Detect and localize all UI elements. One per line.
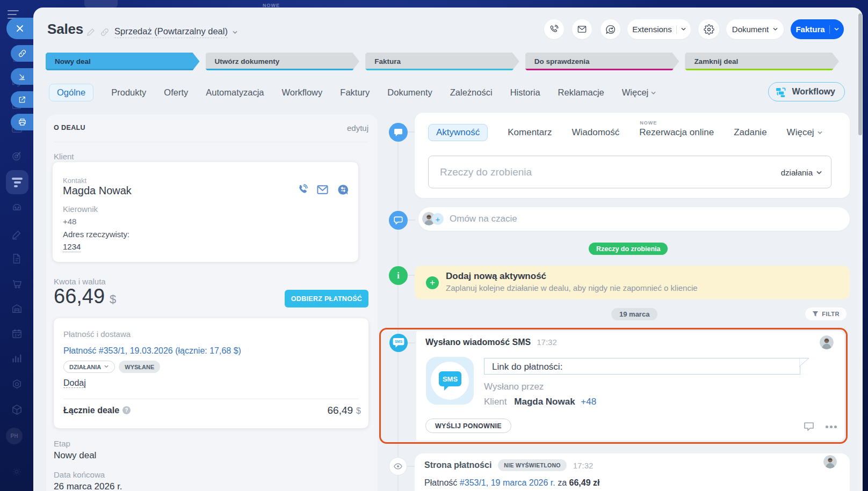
filter-button[interactable]: FILTR xyxy=(805,307,847,320)
pencil-icon xyxy=(86,27,96,37)
contact-name[interactable]: Magda Nowak xyxy=(63,185,132,197)
payment-date-link[interactable]: 19 marca 2026 r. xyxy=(491,478,555,487)
add-link-text: Dodaj xyxy=(63,378,86,388)
help-icon[interactable]: ? xyxy=(122,406,131,414)
tab-wiecej[interactable]: Więcej xyxy=(622,87,656,98)
chat-feedback-icon xyxy=(605,24,616,35)
more-actions-icon[interactable] xyxy=(826,426,837,428)
settings-button[interactable] xyxy=(698,19,719,39)
payment-link[interactable]: Płatność #353/1, 19.03.2026 (łącznie: 17… xyxy=(63,346,241,356)
extensions-button[interactable]: Extensions xyxy=(627,19,691,39)
sidebar-item-market-cube[interactable] xyxy=(5,400,28,419)
tab-reklamacje[interactable]: Reklamacje xyxy=(558,87,604,98)
address-value[interactable]: 1234 xyxy=(63,242,81,251)
sent-by-label: Wysłano przez xyxy=(484,382,544,392)
tab-zaleznosci[interactable]: Zależności xyxy=(450,87,493,98)
sidebar-item-settings-gear[interactable] xyxy=(5,463,28,481)
client-label: Klient xyxy=(54,152,74,161)
stage-zamknij-deal[interactable]: Zamknij deal xyxy=(685,53,839,70)
sidebar-item-automation-robot[interactable] xyxy=(5,198,28,216)
banner-subtitle: Zaplanuj kolejne działanie w dealu, aby … xyxy=(446,283,698,292)
payment-number-link[interactable]: #353/1, xyxy=(460,478,488,487)
composer-tab-wiadomosc[interactable]: Wiadomość xyxy=(572,127,619,138)
copy-link-button[interactable] xyxy=(11,45,33,62)
composer-tab-rezerwacja[interactable]: NOWERezerwacja online xyxy=(639,127,714,138)
sms-entry-card: Wysłano wiadomość SMS 17:32 SMS Link do … xyxy=(416,331,844,441)
sidebar-item-crm-active[interactable] xyxy=(6,170,28,194)
add-activity-banner[interactable]: + Dodaj nową aktywność Zaplanuj kolejne … xyxy=(415,266,850,299)
call-button[interactable] xyxy=(544,19,564,39)
close-slider-button[interactable] xyxy=(6,18,33,39)
tab-oferty[interactable]: Oferty xyxy=(164,87,188,98)
tab-workflowy[interactable]: Workflowy xyxy=(282,87,323,98)
plus-icon[interactable]: + xyxy=(426,276,439,289)
composer-tab-aktywnosc[interactable]: Aktywność xyxy=(428,124,488,141)
edit-deal-link[interactable]: edytuj xyxy=(347,123,368,133)
stage-faktura[interactable]: Faktura xyxy=(365,53,519,70)
stage-do-sprawdzenia[interactable]: Do sprawdzenia xyxy=(525,53,679,70)
tab-automatyzacja[interactable]: Automatyzacja xyxy=(206,87,264,98)
client-name-link[interactable]: Magda Nowak xyxy=(514,397,575,407)
sms-entry-highlight: Wysłano wiadomość SMS 17:32 SMS Link do … xyxy=(379,328,848,444)
stage-utworz-dokumenty[interactable]: Utwórz dokumenty xyxy=(206,53,360,70)
edit-title-button[interactable] xyxy=(86,27,96,37)
sidebar-item-analytics-chart[interactable] xyxy=(5,349,28,368)
todo-scroll-pill[interactable]: Rzeczy do zrobienia xyxy=(589,243,668,255)
sidebar-ph-avatar[interactable]: PH xyxy=(6,428,23,444)
mail-button[interactable] xyxy=(572,19,592,39)
composer-tab-zadanie[interactable]: Zadanie xyxy=(734,127,766,138)
stage-nowy-deal[interactable]: Nowy deal xyxy=(46,53,200,70)
print-button[interactable] xyxy=(11,114,33,130)
composer-tab-wiecej[interactable]: Więcej xyxy=(787,127,822,138)
composer-tab-label: Rezerwacja online xyxy=(639,127,714,137)
sidebar-item-warehouse[interactable] xyxy=(5,299,28,318)
client-card: Kontakt Magda Nowak Kierownik +48 Adres … xyxy=(53,162,358,262)
invoice-button[interactable]: Faktura xyxy=(791,19,844,39)
not-viewed-badge: NIE WYŚWIETLONO xyxy=(498,459,566,471)
tab-label: Więcej xyxy=(622,87,649,97)
tab-produkty[interactable]: Produkty xyxy=(111,87,146,98)
open-in-new-button[interactable] xyxy=(11,91,33,108)
collect-payment-button[interactable]: ODBIERZ PŁATNOŚĆ xyxy=(285,290,368,307)
funnel-selector-label: Sprzedaż (Powtarzalny deal) xyxy=(114,26,228,38)
funnel-selector[interactable]: Sprzedaż (Powtarzalny deal) xyxy=(114,26,237,38)
save-button[interactable] xyxy=(11,68,33,85)
client-phone-link[interactable]: +48 xyxy=(581,397,596,407)
call-contact-button[interactable] xyxy=(296,184,308,196)
composer-tab-komentarz[interactable]: Komentarz xyxy=(508,127,552,138)
workflow-icon xyxy=(776,87,787,97)
sent-status-badge: WYSŁANE xyxy=(119,361,160,373)
phone-icon xyxy=(296,184,308,196)
sidebar-item-e-signature[interactable] xyxy=(5,225,28,244)
chat-contact-button[interactable] xyxy=(337,184,349,196)
sidebar-item-shopping-cart[interactable] xyxy=(5,274,28,292)
resend-button[interactable]: WYŚLIJ PONOWNIE xyxy=(425,419,511,433)
app-background: NOWE PH xyxy=(0,0,868,491)
add-chat-user-icon[interactable]: + xyxy=(432,213,444,225)
note-icon[interactable] xyxy=(804,421,814,431)
sidebar-item-calendar-report[interactable] xyxy=(5,324,28,342)
document-button[interactable]: Dokument xyxy=(726,19,784,39)
tab-ogolne[interactable]: Ogólne xyxy=(49,84,93,101)
sidebar-item-document-edit[interactable] xyxy=(5,250,28,268)
envelope-icon xyxy=(577,24,587,34)
payment-page-text: Płatność #353/1, 19 marca 2026 r. za 66,… xyxy=(424,478,600,488)
scrollbar-thumb[interactable] xyxy=(858,13,862,135)
sidebar-item-marketing-target[interactable] xyxy=(5,146,28,165)
tab-faktury[interactable]: Faktury xyxy=(340,87,370,98)
copy-page-link-button[interactable] xyxy=(100,27,110,37)
payment-delivery-card: Płatność i dostawa Płatność #353/1, 19.0… xyxy=(54,318,368,428)
email-contact-button[interactable] xyxy=(316,184,329,196)
sidebar-item-settings-hexagon[interactable] xyxy=(5,375,28,393)
tab-historia[interactable]: Historia xyxy=(510,87,540,98)
workflow-button[interactable]: Workflowy xyxy=(768,82,845,101)
add-payment-link[interactable]: Dodaj xyxy=(63,378,86,388)
actions-badge-dropdown[interactable]: DZIAŁANIA xyxy=(63,361,115,373)
todo-input[interactable]: Rzeczy do zrobienia działania xyxy=(428,156,831,188)
manager-value[interactable]: +48 xyxy=(63,217,76,226)
scrollbar-track[interactable] xyxy=(857,8,863,491)
actions-dropdown[interactable]: działania xyxy=(781,168,821,177)
chat-compose-row[interactable]: + Omów na czacie xyxy=(418,207,850,231)
feedback-button[interactable] xyxy=(601,19,620,39)
tab-dokumenty[interactable]: Dokumenty xyxy=(387,87,432,98)
